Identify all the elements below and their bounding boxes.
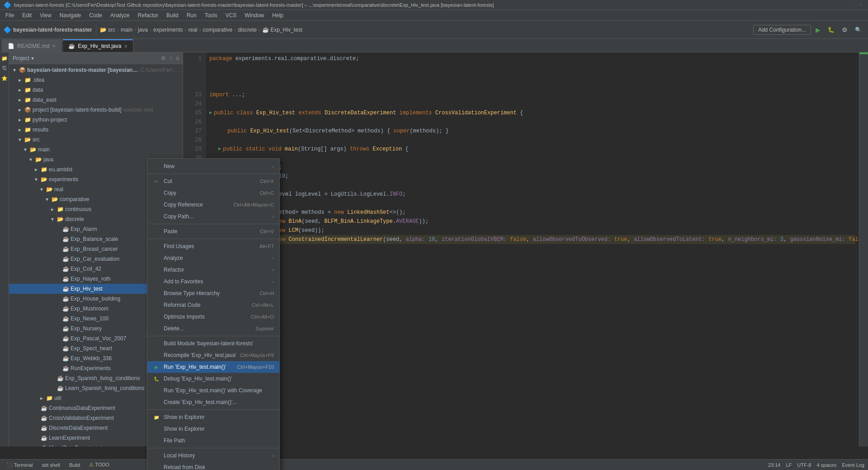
menu-item-vcs[interactable]: VCS bbox=[222, 11, 241, 19]
real-breadcrumb[interactable]: real bbox=[188, 27, 197, 33]
menu-item-window[interactable]: Window bbox=[241, 11, 268, 19]
ctx-copy-icon bbox=[153, 189, 160, 197]
ctx-item-local-history[interactable]: Local History › bbox=[147, 450, 279, 461]
code-content[interactable]: package experiments.real.comparative.dis… bbox=[206, 52, 859, 446]
code-line-39: methods.add(new ConstrainedIncrementalLe… bbox=[209, 235, 855, 244]
add-configuration-button[interactable]: Add Configuration... bbox=[753, 25, 811, 35]
ctx-item-add-favorites[interactable]: Add to Favorites › bbox=[147, 276, 279, 287]
tree-item-src[interactable]: 📂 src bbox=[9, 135, 183, 145]
ctx-item-show-explorer[interactable]: 📁 Show in Explorer bbox=[147, 411, 279, 423]
ctx-item-paste[interactable]: Paste Ctrl+V bbox=[147, 226, 279, 237]
tree-item-python[interactable]: 📁 python-project bbox=[9, 115, 183, 125]
ctx-delete-icon bbox=[153, 325, 160, 332]
ctx-debug-icon: 🐛 bbox=[153, 375, 160, 382]
ctx-item-reformat[interactable]: Reformat Code Ctrl+Alt+L bbox=[147, 299, 279, 311]
menu-item-navigate[interactable]: Navigate bbox=[56, 11, 85, 19]
maximize-button[interactable]: □ bbox=[850, 2, 856, 8]
readme-close-icon[interactable]: ✕ bbox=[52, 43, 56, 48]
project-gear-icon[interactable]: ≡ bbox=[176, 55, 179, 61]
ctx-item-copy[interactable]: Copy Ctrl+C bbox=[147, 187, 279, 199]
arrow-sep-2: › bbox=[134, 27, 136, 33]
ctx-item-find-usages[interactable]: Find Usages Alt+F7 bbox=[147, 240, 279, 252]
minimize-button[interactable]: ─ bbox=[842, 2, 848, 8]
tree-item-results[interactable]: 📁 results bbox=[9, 125, 183, 135]
ctx-paste-label: Paste bbox=[164, 228, 256, 235]
menu-item-analyze[interactable]: Analyze bbox=[107, 11, 133, 19]
tree-item-root[interactable]: 📦 bayesian-latent-forests-master [bayesi… bbox=[9, 65, 183, 75]
tree-item-main[interactable]: 📂 main bbox=[9, 145, 183, 155]
terminal-tab[interactable]: ⬛ Terminal bbox=[4, 461, 36, 469]
indent[interactable]: 4 spaces bbox=[816, 462, 836, 468]
project-sync-icon[interactable]: ↕ bbox=[170, 55, 172, 61]
menu-item-edit[interactable]: Edit bbox=[19, 11, 35, 19]
project-settings-icon[interactable]: ⚙ bbox=[161, 55, 166, 61]
experiments-breadcrumb[interactable]: experiments bbox=[153, 27, 183, 33]
comparative-breadcrumb[interactable]: comparative bbox=[203, 27, 232, 33]
tree-item-project-module[interactable]: 📦 project [bayesian-latent-forests-build… bbox=[9, 105, 183, 115]
ctx-item-create[interactable]: Create 'Exp_Hiv_test.main()'... bbox=[147, 396, 279, 408]
ctx-item-optimize[interactable]: Optimize Imports Ctrl+Alt+O bbox=[147, 311, 279, 323]
ctx-paste-icon bbox=[153, 228, 160, 235]
status-bar: ⬛ Terminal sbt shell Build ⚠ TODO 23:14 … bbox=[0, 459, 868, 470]
ctx-item-delete[interactable]: Delete... Suprimir bbox=[147, 323, 279, 334]
tab-readme[interactable]: 📄 README.md ✕ bbox=[2, 39, 61, 52]
tree-item-data-east[interactable]: 📁 data_east bbox=[9, 95, 183, 105]
ctx-item-terminal[interactable]: File Path bbox=[147, 435, 279, 446]
close-button[interactable]: ✕ bbox=[858, 2, 864, 8]
discrete-breadcrumb[interactable]: discrete bbox=[238, 27, 257, 33]
sbt-tab[interactable]: sbt shell bbox=[39, 461, 63, 469]
ctx-item-run-coverage[interactable]: Run 'Exp_Hiv_test.main()' with Coverage bbox=[147, 385, 279, 396]
debug-button[interactable]: 🐛 bbox=[825, 25, 837, 35]
menu-item-file[interactable]: File bbox=[2, 11, 18, 19]
event-log[interactable]: Event Log bbox=[842, 462, 864, 468]
project-header-label[interactable]: Project ▾ bbox=[13, 55, 34, 61]
ctx-item-recompile[interactable]: Recompile 'Exp_Hiv_test.java' Ctrl+Mayús… bbox=[147, 349, 279, 361]
menu-item-refactor[interactable]: Refactor bbox=[134, 11, 162, 19]
file-exp-spect-icon: ☕ bbox=[62, 345, 69, 352]
file-breadcrumb[interactable]: ☕ Exp_Hiv_test bbox=[262, 27, 302, 33]
editor-area[interactable]: 1 23 24 25 26 27 28 29 30 31 32 33 34 35… bbox=[183, 52, 859, 446]
java-breadcrumb[interactable]: java bbox=[138, 27, 148, 33]
sidebar-project-icon[interactable]: 📁 bbox=[0, 54, 9, 62]
menu-item-run[interactable]: Run bbox=[183, 11, 200, 19]
ctx-item-build-module[interactable]: Build Module 'bayesian-latent-forests' bbox=[147, 338, 279, 349]
ctx-item-run[interactable]: ▶ Run 'Exp_Hiv_test.main()' Ctrl+Mayús+F… bbox=[147, 361, 279, 373]
file-exp-webkb-icon: ☕ bbox=[62, 355, 69, 362]
menu-item-help[interactable]: Help bbox=[269, 11, 287, 19]
ctx-item-reload[interactable]: Reload from Disk bbox=[147, 461, 279, 470]
run-button[interactable]: ▶ bbox=[813, 24, 823, 35]
exp-hiv-close-icon[interactable]: ✕ bbox=[124, 44, 127, 49]
ctx-item-file-path[interactable]: Show in Explorer bbox=[147, 423, 279, 435]
tree-item-data[interactable]: 📁 data bbox=[9, 85, 183, 95]
window-title: bayesian-latent-forests [C:\Users\Fer\De… bbox=[14, 2, 494, 8]
sidebar-structure-icon[interactable]: 🏗 bbox=[0, 64, 9, 72]
ctx-item-copy-path[interactable]: Copy Path... › bbox=[147, 211, 279, 222]
build-tab[interactable]: Build bbox=[66, 461, 83, 469]
ctx-item-new[interactable]: New › bbox=[147, 160, 279, 172]
menu-item-code[interactable]: Code bbox=[85, 11, 106, 19]
sidebar-favorites-icon[interactable]: ⭐ bbox=[0, 74, 9, 82]
menu-item-tools[interactable]: Tools bbox=[201, 11, 221, 19]
tree-icon-module: 📦 bbox=[19, 67, 26, 73]
search-button[interactable]: 🔍 bbox=[852, 25, 864, 35]
ctx-item-cut[interactable]: ✂ Cut Ctrl+X bbox=[147, 175, 279, 187]
ctx-item-refactor[interactable]: Refactor › bbox=[147, 264, 279, 276]
tree-item-idea[interactable]: 📁 .idea bbox=[9, 75, 183, 85]
line-ending[interactable]: LF bbox=[786, 462, 792, 468]
file-discrete-data-icon: ☕ bbox=[41, 425, 47, 431]
tab-exp-hiv[interactable]: ☕ Exp_Hiv_test.java ✕ bbox=[62, 39, 133, 52]
ctx-item-debug[interactable]: 🐛 Debug 'Exp_Hiv_test.main()' bbox=[147, 373, 279, 385]
arrow-sep-7: › bbox=[259, 27, 260, 33]
menu-item-view[interactable]: View bbox=[36, 11, 55, 19]
ctx-item-browse-type[interactable]: Browse Type Hierarchy Ctrl+H bbox=[147, 287, 279, 299]
main-breadcrumb[interactable]: main bbox=[121, 27, 132, 33]
code-line-27: public Exp_Hiv_test(Set<DiscreteMethod> … bbox=[209, 127, 855, 136]
menu-item-build[interactable]: Build bbox=[163, 11, 182, 19]
toolbar-separator-1 bbox=[96, 24, 96, 35]
settings-button[interactable]: ⚙ bbox=[839, 24, 850, 35]
ctx-item-analyze[interactable]: Analyze › bbox=[147, 252, 279, 264]
todo-tab[interactable]: ⚠ TODO bbox=[86, 461, 112, 469]
encoding[interactable]: UTF-8 bbox=[797, 462, 811, 468]
ctx-item-copy-ref[interactable]: Copy Reference Ctrl+Alt+Mayús+C bbox=[147, 199, 279, 211]
src-breadcrumb[interactable]: 📂 src bbox=[100, 27, 115, 33]
